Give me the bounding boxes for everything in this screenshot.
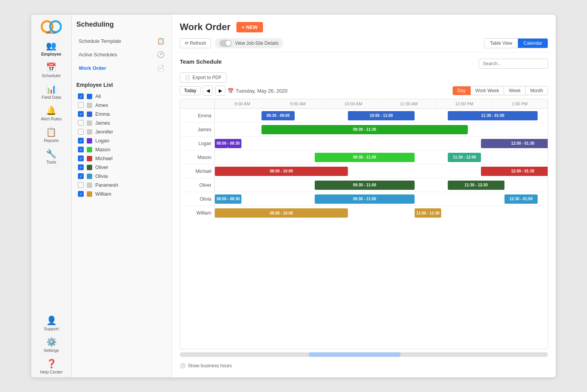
employee-checkbox[interactable]: ✓ bbox=[78, 173, 84, 179]
employee-item-logan[interactable]: ✓ Logan bbox=[76, 136, 167, 145]
bottom-nav-item-help-center[interactable]: ❓Help Center bbox=[31, 356, 71, 377]
employee-item-james[interactable]: James bbox=[76, 118, 167, 127]
employee-color-dot bbox=[87, 174, 92, 179]
nav-item-field-data[interactable]: 📊Field Data bbox=[39, 81, 63, 103]
employee-item-paramesh[interactable]: Paramesh bbox=[76, 181, 167, 189]
refresh-button[interactable]: ⟳ Refresh bbox=[180, 38, 211, 48]
nav-item-employee[interactable]: 👥Employee bbox=[39, 38, 63, 59]
employee-name: Michael bbox=[95, 155, 113, 161]
employee-color-dot bbox=[87, 94, 92, 99]
nav-item-reports[interactable]: 📋Reports bbox=[39, 124, 63, 146]
bottom-nav-item-support[interactable]: 👤Support bbox=[31, 313, 71, 334]
event-block[interactable]: 08:30 - 09:00 bbox=[261, 111, 295, 120]
employee-item-michael[interactable]: ✓ Michael bbox=[76, 154, 167, 163]
employee-color-dot bbox=[87, 120, 92, 126]
time-cells: 09:30 - 11:0011:30 - 12:00 bbox=[215, 150, 548, 164]
employee-checkbox[interactable]: ✓ bbox=[78, 155, 84, 161]
event-block[interactable]: 12:00 - 01:30 bbox=[481, 167, 548, 176]
employee-item-mason[interactable]: ✓ Mason bbox=[76, 145, 167, 154]
day-view-toggle: Day Work Week Week Month bbox=[452, 86, 548, 95]
bottom-nav-icon: 👤 bbox=[46, 316, 57, 326]
event-block[interactable]: 08:00 - 10:00 bbox=[215, 167, 348, 176]
view-jobsite-toggle[interactable]: View Job-Site Details bbox=[215, 38, 283, 48]
employee-item-ames[interactable]: Ames bbox=[76, 101, 167, 110]
event-block[interactable]: 08:30 - 11:30 bbox=[261, 125, 468, 134]
employee-name: James bbox=[95, 120, 110, 126]
schedule-menu-item-work-order[interactable]: Work Order📄 bbox=[76, 61, 167, 75]
employee-item-jennifer[interactable]: Jennifer bbox=[76, 127, 167, 136]
event-block[interactable]: 12:00 - 01:30 bbox=[481, 139, 548, 148]
scheduling-title: Scheduling bbox=[76, 20, 167, 29]
employee-color-dot bbox=[87, 129, 92, 135]
event-block[interactable]: 08:00 - 08:3008:00 - 08:30👆 bbox=[215, 139, 241, 148]
date-label: 📅 Tuesday, May 26, 2020 bbox=[228, 88, 287, 94]
sidebar-bottom: 👤Support⚙️Settings❓Help Center bbox=[31, 313, 71, 377]
prev-button[interactable]: ◀ bbox=[203, 86, 213, 96]
employee-name-cell: Emma bbox=[180, 109, 215, 122]
work-order-title: Work Order bbox=[180, 22, 231, 32]
employee-checkbox[interactable] bbox=[78, 129, 84, 135]
employee-checkbox[interactable]: ✓ bbox=[78, 111, 84, 117]
business-hours-toggle[interactable]: 🕐 Show business hours bbox=[180, 360, 548, 372]
employee-name: Oliver bbox=[95, 164, 108, 170]
employee-name: Jennifer bbox=[95, 129, 113, 135]
employee-checkbox[interactable]: ✓ bbox=[78, 147, 84, 152]
time-slot-label: 11:00 AM bbox=[381, 99, 437, 108]
event-block[interactable]: 12:30 - 01:00 bbox=[504, 194, 538, 204]
employee-checkbox[interactable]: ✓ bbox=[78, 138, 84, 144]
nav-item-tools[interactable]: 🔧Tools bbox=[39, 146, 63, 167]
scrollbar-area[interactable] bbox=[180, 352, 548, 357]
employee-item-olivia[interactable]: ✓ Olivia bbox=[76, 172, 167, 181]
nav-item-scheduler[interactable]: 📅Scheduler bbox=[39, 59, 63, 81]
employee-checkbox[interactable] bbox=[78, 120, 84, 126]
day-button[interactable]: Day bbox=[453, 86, 471, 95]
calendar-row: Emma08:30 - 09:0010:00 - 11:0011:30 - 01… bbox=[180, 109, 548, 123]
event-block[interactable]: 08:00 - 08:30 bbox=[215, 194, 241, 204]
event-block[interactable]: 09:30 - 11:00 bbox=[315, 181, 415, 190]
event-block[interactable]: 11:30 - 01:00 bbox=[448, 111, 538, 120]
employee-name: Ames bbox=[95, 102, 108, 108]
table-view-button[interactable]: Table View bbox=[484, 39, 518, 48]
employee-item-oliver[interactable]: ✓ Oliver bbox=[76, 163, 167, 172]
event-block[interactable]: 11:30 - 12:30 bbox=[448, 181, 504, 190]
month-button[interactable]: Month bbox=[526, 86, 548, 95]
event-block[interactable]: 09:30 - 11:00 bbox=[315, 194, 415, 204]
calendar-view-button[interactable]: Calendar bbox=[518, 39, 548, 48]
nav-item-alert-rules[interactable]: 🔔Alert Rules bbox=[39, 103, 63, 124]
calendar-row: Mason09:30 - 11:0011:30 - 12:00 bbox=[180, 150, 548, 164]
work-week-button[interactable]: Work Week bbox=[471, 86, 504, 95]
export-pdf-button[interactable]: 📄 Export to PDF bbox=[180, 73, 226, 83]
schedule-menu-item-schedule-template[interactable]: Schedule Template📋 bbox=[76, 34, 167, 48]
employee-item-all[interactable]: ✓ All bbox=[76, 92, 167, 101]
next-button[interactable]: ▶ bbox=[215, 86, 225, 96]
event-block[interactable]: 09:30 - 11:00 bbox=[315, 153, 415, 162]
event-block[interactable]: 11:30 - 12:00 bbox=[448, 153, 481, 162]
work-order-header: Work Order + NEW bbox=[180, 22, 548, 32]
event-block[interactable]: 10:00 - 11:00 bbox=[348, 111, 415, 120]
today-button[interactable]: Today bbox=[180, 86, 201, 95]
time-cells: 08:00 - 10:0012:00 - 01:30 bbox=[215, 164, 548, 178]
event-block[interactable]: 11:00 - 11:30 bbox=[415, 208, 441, 218]
event-block[interactable]: 08:00 - 10:00 bbox=[215, 208, 348, 218]
bottom-nav-item-settings[interactable]: ⚙️Settings bbox=[31, 334, 71, 356]
week-button[interactable]: Week bbox=[504, 86, 525, 95]
top-bar: Work Order + NEW ⟳ Refresh View Job-Site… bbox=[172, 15, 556, 52]
employee-item-emma[interactable]: ✓ Emma bbox=[76, 110, 167, 118]
new-button[interactable]: + NEW bbox=[236, 22, 263, 32]
scrollbar-thumb bbox=[309, 352, 401, 357]
toggle-switch[interactable] bbox=[219, 40, 232, 47]
search-input[interactable] bbox=[479, 59, 548, 69]
employee-checkbox[interactable]: ✓ bbox=[78, 93, 84, 99]
content-area: Work Order + NEW ⟳ Refresh View Job-Site… bbox=[172, 15, 556, 377]
employee-checkbox[interactable] bbox=[78, 182, 84, 188]
time-slot-label: 10:00 AM bbox=[326, 99, 381, 108]
employee-checkbox[interactable]: ✓ bbox=[78, 164, 84, 170]
employee-checkbox[interactable] bbox=[78, 102, 84, 108]
employee-name: Paramesh bbox=[95, 182, 118, 188]
employee-color-dot bbox=[87, 112, 92, 117]
schedule-menu-item-active-schedules[interactable]: Active Schedules🕐 bbox=[76, 48, 167, 61]
employee-checkbox[interactable]: ✓ bbox=[78, 191, 84, 197]
view-toggle: Table View Calendar bbox=[484, 38, 548, 48]
employee-name-cell: Mason bbox=[180, 150, 215, 164]
employee-item-william[interactable]: ✓ William bbox=[76, 189, 167, 198]
